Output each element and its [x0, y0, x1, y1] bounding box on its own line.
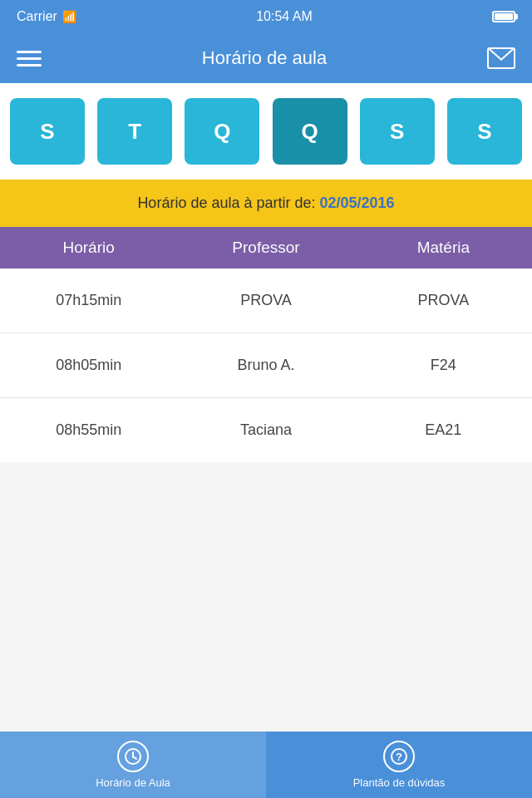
- row-professor-1: PROVA: [177, 292, 354, 309]
- row-subject-2: F24: [355, 357, 532, 374]
- day-selector: S T Q Q S S: [0, 83, 532, 180]
- table-row: 07h15min PROVA PROVA: [0, 268, 532, 333]
- header-title: Horário de aula: [202, 47, 327, 69]
- main-content: S T Q Q S S Horário de aula à partir de:…: [0, 83, 532, 732]
- status-time: 10:54 AM: [256, 9, 313, 24]
- day-button-s2[interactable]: S: [360, 98, 435, 165]
- row-time-2: 08h05min: [0, 357, 177, 374]
- svg-line-2: [133, 756, 136, 759]
- wifi-icon: 📶: [62, 10, 76, 23]
- col-header-materia: Matéria: [355, 239, 532, 257]
- day-button-t[interactable]: T: [97, 98, 172, 165]
- row-professor-2: Bruno A.: [177, 357, 354, 374]
- tab-plantao[interactable]: ? Plantão de dúvidas: [266, 732, 532, 798]
- tab-plantao-label: Plantão de dúvidas: [353, 776, 446, 789]
- mail-button[interactable]: [487, 47, 515, 69]
- app-header: Horário de aula: [0, 33, 532, 83]
- svg-text:?: ?: [396, 751, 402, 763]
- menu-button[interactable]: [17, 51, 42, 66]
- row-time-1: 07h15min: [0, 292, 177, 309]
- col-header-horario: Horário: [0, 239, 177, 257]
- status-bar: Carrier 📶 10:54 AM: [0, 0, 532, 33]
- tab-horario[interactable]: Horário de Aula: [0, 732, 266, 798]
- carrier-text: Carrier 📶: [17, 9, 76, 24]
- tab-bar: Horário de Aula ? Plantão de dúvidas: [0, 732, 532, 798]
- row-subject-1: PROVA: [355, 292, 532, 309]
- column-headers: Horário Professor Matéria: [0, 227, 532, 268]
- day-button-s1[interactable]: S: [10, 98, 85, 165]
- row-time-3: 08h55min: [0, 421, 177, 439]
- schedule-banner: Horário de aula à partir de: 02/05/2016: [0, 180, 532, 227]
- day-button-q2[interactable]: Q: [273, 98, 347, 165]
- row-professor-3: Taciana: [177, 421, 354, 439]
- battery-icon: [492, 11, 515, 22]
- table-row: 08h55min Taciana EA21: [0, 398, 532, 462]
- schedule-list: 07h15min PROVA PROVA 08h05min Bruno A. F…: [0, 268, 532, 462]
- day-button-q1[interactable]: Q: [185, 98, 259, 165]
- banner-date: 02/05/2016: [320, 195, 395, 211]
- col-header-professor: Professor: [177, 239, 354, 257]
- table-row: 08h05min Bruno A. F24: [0, 333, 532, 398]
- clock-icon: [117, 741, 149, 772]
- day-button-s3[interactable]: S: [447, 98, 522, 165]
- tab-horario-label: Horário de Aula: [96, 776, 170, 789]
- question-icon: ?: [383, 741, 415, 772]
- row-subject-3: EA21: [355, 421, 532, 439]
